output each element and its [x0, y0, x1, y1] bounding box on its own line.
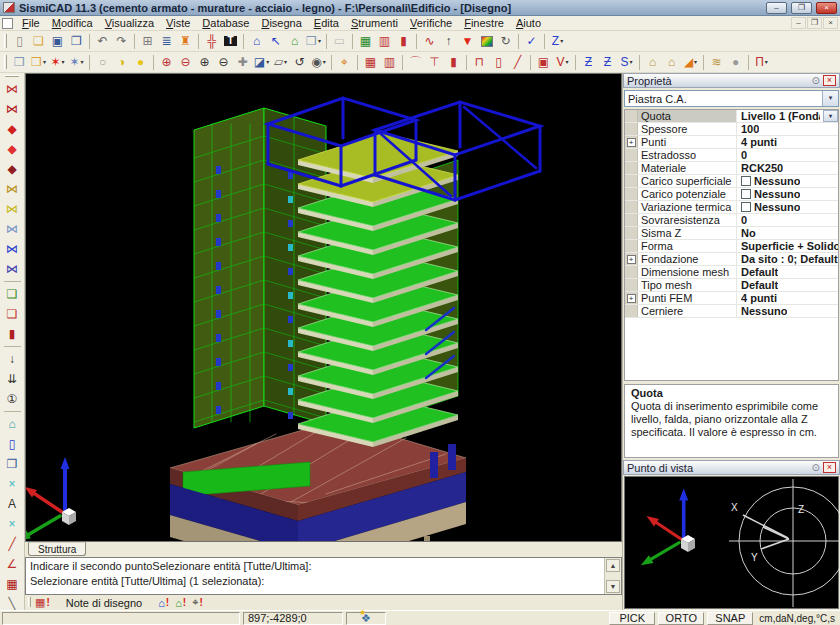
undo-icon[interactable]: ↶	[93, 32, 112, 51]
block-red-icon[interactable]: ▮	[2, 324, 23, 344]
document-icon[interactable]	[2, 18, 13, 29]
menu-item-visualizza[interactable]: Visualizza	[99, 16, 160, 30]
render-colors-icon[interactable]	[477, 32, 496, 51]
property-value[interactable]: Da sito : 0; Default; De	[737, 253, 838, 265]
menu-item-database[interactable]: Database	[196, 16, 255, 30]
menu-item-finestre[interactable]: Finestre	[458, 16, 510, 30]
levels-icon[interactable]: ≣	[157, 32, 176, 51]
property-value[interactable]: Default	[737, 279, 838, 291]
column-outline-icon[interactable]: ▯	[489, 53, 508, 72]
property-value[interactable]: Nessuno	[737, 175, 838, 187]
property-row-forma[interactable]: FormaSuperficie + Solido	[625, 240, 838, 253]
view-structure-icon[interactable]: ⌂	[247, 32, 266, 51]
slab-3d-icon[interactable]: ❒	[10, 53, 29, 72]
truss-node-red-2-icon[interactable]: ⋈	[2, 99, 23, 119]
verify-icon[interactable]: V▾	[553, 53, 572, 72]
property-row-sisma-z[interactable]: Sisma ZNo	[625, 227, 838, 240]
view-add-icon[interactable]: ⌂	[285, 32, 304, 51]
3d-viewport[interactable]	[25, 73, 622, 542]
roof-double-icon[interactable]: ⌂	[662, 53, 681, 72]
property-value[interactable]: 0	[737, 149, 838, 161]
z-section-icon[interactable]: Z▾	[548, 32, 567, 51]
chevron-down-icon[interactable]: ▾	[822, 91, 838, 106]
wall-opening-icon[interactable]: ▦	[361, 53, 380, 72]
viewpoint-compass-panel[interactable]: Z X Y	[624, 476, 839, 609]
layers-cell[interactable]: ❖★	[346, 612, 386, 625]
property-row-carico-superficiale[interactable]: Carico superficialeNessuno	[625, 175, 838, 188]
lamp-on-icon[interactable]: ●	[131, 53, 150, 72]
close-icon[interactable]: ×	[823, 75, 836, 86]
slab-green-icon[interactable]: ❏	[2, 284, 23, 304]
property-value[interactable]: Superficie + Solido	[737, 240, 838, 252]
property-row-cerniere[interactable]: CerniereNessuno	[625, 305, 838, 318]
mdi-close-button[interactable]: ×	[823, 17, 838, 29]
chevron-down-icon[interactable]: ▾	[823, 110, 838, 122]
expand-icon[interactable]: +	[627, 294, 636, 303]
menu-item-strumenti[interactable]: Strumenti	[345, 16, 404, 30]
checkbox[interactable]	[741, 202, 751, 212]
erase-x-icon[interactable]: ×	[2, 474, 23, 494]
reinforcement-red-icon[interactable]: ▥	[375, 32, 394, 51]
slab-insert-icon[interactable]: ❒▾	[29, 53, 48, 72]
lamp-half-icon[interactable]: ◑	[112, 53, 131, 72]
save-all-icon[interactable]: ❐	[67, 32, 86, 51]
menu-item-modifica[interactable]: Modifica	[46, 16, 99, 30]
property-row-materiale[interactable]: MaterialeRCK250	[625, 162, 838, 175]
window-frame-green-icon[interactable]: ▦	[356, 32, 375, 51]
zoom-selected-icon[interactable]: ⌖	[335, 53, 354, 72]
property-value[interactable]: Nessuno	[737, 188, 838, 200]
roof-single-icon[interactable]: ⌂	[643, 53, 662, 72]
zoom-previous-icon[interactable]: ⊖	[176, 53, 195, 72]
toolbar-grip[interactable]	[4, 55, 7, 69]
drawing-notes-alert-icon[interactable]: ▦!	[33, 596, 52, 609]
property-value[interactable]: No	[737, 227, 838, 239]
property-row-tipo-mesh[interactable]: Tipo meshDefault	[625, 279, 838, 292]
check-structure-alert-icon[interactable]: ⌂!	[156, 596, 171, 609]
text-tool-icon[interactable]: T	[221, 32, 240, 51]
arrows-down-multi-icon[interactable]: ⇊	[2, 369, 23, 389]
truss-node-blue-icon[interactable]: ⋈	[2, 239, 23, 259]
steel-profile-2-icon[interactable]: Ƶ	[598, 53, 617, 72]
property-row-punti-fem[interactable]: +Punti FEM4 punti	[625, 292, 838, 305]
column-icon[interactable]: ▮	[444, 53, 463, 72]
mdi-minimize-button[interactable]: –	[791, 17, 806, 29]
beam-span-icon[interactable]: ⊓	[470, 53, 489, 72]
measure-angle-icon[interactable]: ∠	[2, 554, 23, 574]
property-row-fondazione[interactable]: +FondazioneDa sito : 0; Default; De	[625, 253, 838, 266]
property-value[interactable]: RCK250	[737, 162, 838, 174]
property-value[interactable]: Nessuno	[737, 305, 838, 317]
snap-toggle[interactable]: SNAP	[707, 612, 753, 625]
table-grid-red-icon[interactable]: ▦	[2, 574, 23, 594]
beam-section-icon[interactable]: ⊤	[425, 53, 444, 72]
view-box-icon[interactable]: ▱▾	[271, 53, 290, 72]
rotate-tool-icon[interactable]: ↻	[496, 32, 515, 51]
notes-label[interactable]: Note di disegno	[54, 597, 154, 609]
preferences-icon[interactable]: ♜	[176, 32, 195, 51]
slab-red-icon[interactable]: ❏	[2, 304, 23, 324]
wood-icon[interactable]: ≋	[707, 53, 726, 72]
view-iso-icon[interactable]: ◪▾	[252, 53, 271, 72]
pin-icon[interactable]: ⊙	[812, 75, 820, 86]
pan-icon[interactable]: ✚	[233, 53, 252, 72]
mdi-restore-button[interactable]: ❐	[807, 17, 822, 29]
house-cyan-icon[interactable]: ⌂	[2, 414, 23, 434]
command-scrollbar[interactable]: ▲ ▼	[604, 558, 621, 594]
checkbox[interactable]	[741, 189, 751, 199]
property-value[interactable]: 4 punti	[737, 292, 838, 304]
tab-struttura[interactable]: Struttura	[28, 542, 86, 556]
wall-bars-icon[interactable]: ▥	[380, 53, 399, 72]
panel-blue-icon[interactable]: ▯	[2, 434, 23, 454]
property-row-estradosso[interactable]: Estradosso0	[625, 149, 838, 162]
pick-toggle[interactable]: PICK	[609, 612, 655, 625]
property-row-spessore[interactable]: Spessore100	[625, 123, 838, 136]
curve-red-icon[interactable]: ∿	[420, 32, 439, 51]
copy-entity-icon[interactable]: ❐	[2, 454, 23, 474]
property-row-variazione-termica[interactable]: Variazione termicaNessuno	[625, 201, 838, 214]
expand-icon[interactable]: +	[627, 255, 636, 264]
protractor-icon[interactable]: ◢▾	[681, 53, 700, 72]
pin-icon[interactable]: ⊙	[812, 462, 820, 473]
scroll-down-icon[interactable]: ▼	[606, 580, 620, 593]
diamond-red-icon[interactable]: ◆	[2, 139, 23, 159]
property-row-punti[interactable]: +Punti4 punti	[625, 136, 838, 149]
property-row-sovraresistenza[interactable]: Sovraresistenza0	[625, 214, 838, 227]
